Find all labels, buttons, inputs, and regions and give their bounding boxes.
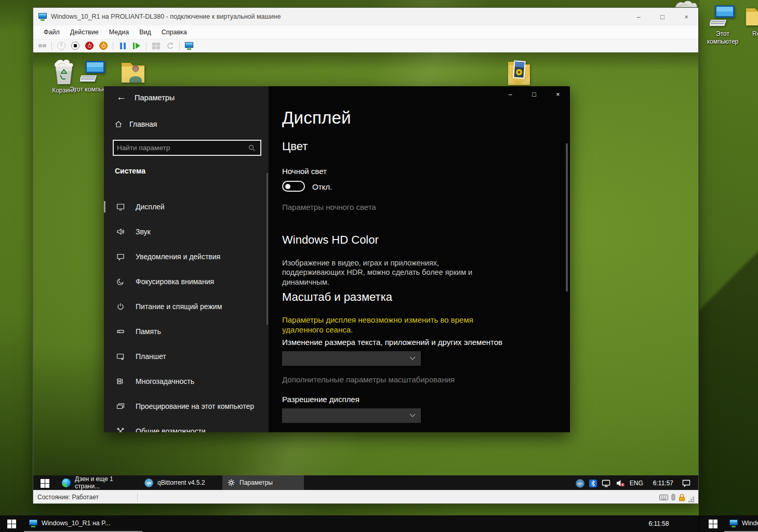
user-folder-icon xyxy=(119,60,145,85)
screen: Этот компьютер Ron Windows_10_R1 на PROL… xyxy=(0,0,758,532)
menu-action[interactable]: Действие xyxy=(65,26,104,38)
toolbar-separator xyxy=(51,42,52,50)
host-desktop-icon-this-pc[interactable]: Этот компьютер xyxy=(702,4,743,46)
content-scrollbar[interactable] xyxy=(566,143,568,291)
page-title: Дисплей xyxy=(282,108,351,128)
settings-search-box xyxy=(113,140,261,156)
search-input[interactable] xyxy=(114,144,248,152)
hyperv-menu-bar: Файл Действие Медиа Вид Справка xyxy=(33,25,698,39)
resolution-label: Разрешение дисплея xyxy=(282,395,360,404)
nav-label: Общие возможности xyxy=(136,427,206,432)
search-icon[interactable] xyxy=(248,144,256,152)
enhanced-session-icon[interactable] xyxy=(184,41,194,50)
vm-desktop-icon-pictures-folder[interactable] xyxy=(496,58,542,87)
resize-grip[interactable] xyxy=(688,497,694,502)
menu-help[interactable]: Справка xyxy=(156,26,192,38)
night-light-toggle[interactable] xyxy=(282,181,305,192)
hyperv-status-bar: Состояние: Работает xyxy=(33,490,698,503)
night-light-settings-link[interactable]: Параметры ночного света xyxy=(282,203,376,211)
host-start-button[interactable] xyxy=(0,515,23,532)
chevron-down-icon xyxy=(409,356,416,361)
gear-icon xyxy=(227,478,235,487)
host-wallpaper-right-monitor xyxy=(699,0,758,532)
toolbar-separator xyxy=(146,42,147,50)
menu-file[interactable]: Файл xyxy=(38,26,65,38)
icon-label: Этот компьютер xyxy=(702,30,743,46)
menu-media[interactable]: Медиа xyxy=(104,26,134,38)
vm-taskbar-button-qbittorrent[interactable]: qb qBittorrent v4.5.2 xyxy=(140,475,221,491)
vm-taskbar-button-edge[interactable]: Дзен и еще 1 страни... xyxy=(57,475,139,491)
pause-vm-icon[interactable] xyxy=(118,41,127,50)
bluetooth-icon[interactable] xyxy=(589,480,597,487)
sidebar-item-focus-assist[interactable]: Фокусировка внимания xyxy=(104,269,269,294)
vm-desktop-icon-user-folder[interactable] xyxy=(109,60,156,85)
language-indicator[interactable]: ENG xyxy=(630,480,643,487)
host-desktop-icon-folder-ron[interactable]: Ron xyxy=(740,5,758,38)
host-clock[interactable]: 6:11:58 xyxy=(637,515,681,532)
settings-minimize-button[interactable]: – xyxy=(498,86,522,102)
home-label: Главная xyxy=(129,120,157,128)
toolbar-separator xyxy=(113,42,113,50)
scale-dropdown[interactable] xyxy=(282,351,421,366)
taskbar-button-label: Windows_10_R1 на P. xyxy=(742,520,758,527)
back-arrow-icon[interactable]: ← xyxy=(112,89,130,105)
nav-label: Звук xyxy=(136,228,151,236)
sidebar-item-projecting[interactable]: Проецирование на этот компьютер xyxy=(104,394,269,419)
sidebar-item-tablet[interactable]: Планшет xyxy=(104,344,269,369)
sidebar-item-storage[interactable]: Память xyxy=(104,319,269,344)
notifications-icon xyxy=(116,252,125,261)
resolution-dropdown[interactable] xyxy=(282,408,421,423)
sidebar-item-notifications[interactable]: Уведомления и действия xyxy=(104,244,269,269)
qbittorrent-tray-icon[interactable]: qb xyxy=(576,479,584,488)
sidebar-scrollbar[interactable] xyxy=(267,173,268,325)
tablet-icon xyxy=(116,352,125,361)
lock-icon xyxy=(679,494,685,501)
volume-muted-icon[interactable] xyxy=(616,479,625,487)
advanced-scaling-link[interactable]: Дополнительные параметры масштабирования xyxy=(282,375,455,384)
scale-heading: Масштаб и разметка xyxy=(282,290,392,304)
hyperv-minimize-button[interactable]: – xyxy=(627,8,650,25)
settings-window: ← Параметры Главная Система xyxy=(104,86,570,432)
nav-label: Проецирование на этот компьютер xyxy=(136,402,254,410)
host-start-button-monitor2[interactable] xyxy=(701,515,724,532)
host-taskbar: Windows_10_R1 на P... 6:11:58 Windows_10… xyxy=(0,515,758,532)
vm-start-button[interactable] xyxy=(33,475,56,491)
sidebar-item-sound[interactable]: Звук xyxy=(104,219,269,244)
resume-vm-icon[interactable] xyxy=(132,41,141,50)
vm-clock[interactable]: 6:11:57 xyxy=(653,480,673,487)
hyperv-toolbar xyxy=(33,39,698,52)
host-taskbar-button-vmconnect-monitor2[interactable]: Windows_10_R1 на P. xyxy=(724,515,758,532)
menu-view[interactable]: Вид xyxy=(134,26,156,38)
ctrl-alt-del-icon[interactable] xyxy=(37,41,47,50)
sidebar-item-power-sleep[interactable]: Питание и спящий режим xyxy=(104,294,269,319)
shutdown-vm-icon[interactable] xyxy=(85,41,94,50)
start-vm-icon[interactable] xyxy=(57,41,66,50)
settings-title: Параметры xyxy=(135,94,175,102)
status-separator xyxy=(137,493,138,502)
sidebar-item-shared-experiences[interactable]: Общие возможности xyxy=(104,419,269,432)
sidebar-item-display[interactable]: Дисплей xyxy=(104,194,269,219)
remote-session-warning: Параметры дисплея невозможно изменить во… xyxy=(282,315,511,335)
taskbar-button-label: Параметры xyxy=(240,479,273,486)
settings-maximize-button[interactable]: □ xyxy=(522,86,546,102)
color-heading: Цвет xyxy=(282,140,308,153)
home-icon xyxy=(114,120,123,128)
hdr-description: Изображение в видео, играх и приложениях… xyxy=(282,258,503,287)
checkpoint-icon[interactable] xyxy=(151,41,161,50)
action-center-icon[interactable] xyxy=(682,479,691,487)
revert-icon[interactable] xyxy=(165,41,175,50)
host-recycle-bin-paper[interactable] xyxy=(673,0,698,7)
hyperv-title-bar[interactable]: Windows_10_R1 на PROLIANT-DL380 - подклю… xyxy=(33,8,698,25)
sidebar-item-multitasking[interactable]: Многозадачность xyxy=(104,369,269,394)
keyboard-icon xyxy=(659,495,668,500)
host-taskbar-button-vmconnect[interactable]: Windows_10_R1 на P... xyxy=(24,515,142,532)
hyperv-close-button[interactable]: × xyxy=(674,8,698,25)
sidebar-section-system: Система xyxy=(115,167,145,175)
save-vm-icon[interactable] xyxy=(99,41,108,50)
sidebar-item-home[interactable]: Главная xyxy=(114,117,157,131)
vm-taskbar-button-settings[interactable]: Параметры xyxy=(222,475,304,491)
hyperv-maximize-button[interactable]: □ xyxy=(650,8,674,25)
turn-off-vm-icon[interactable] xyxy=(71,41,80,50)
settings-close-button[interactable]: × xyxy=(546,86,570,102)
network-icon[interactable] xyxy=(602,479,611,487)
